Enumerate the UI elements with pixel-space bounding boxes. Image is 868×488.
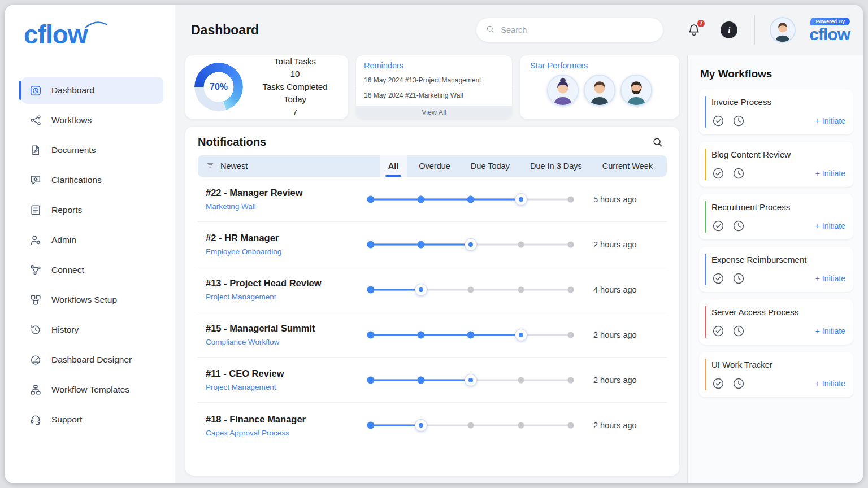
search-icon xyxy=(485,24,495,36)
workflow-name: Blog Content Review xyxy=(711,150,845,159)
star-performers-avatars xyxy=(530,70,669,113)
clock-icon[interactable] xyxy=(732,272,745,285)
notification-row[interactable]: #13 - Project Head ReviewProject Managem… xyxy=(198,267,667,312)
sidebar-item-dashboard[interactable]: Dashboard xyxy=(21,77,163,104)
task-title: #18 - Finance Manager xyxy=(206,414,368,425)
sidebar-item-admin[interactable]: Admin xyxy=(21,226,163,254)
sidebar-item-workflows[interactable]: Workflows xyxy=(21,107,163,134)
sidebar-item-label: Workflows xyxy=(51,115,92,125)
clock-icon[interactable] xyxy=(732,167,745,180)
admin-icon xyxy=(29,234,42,246)
history-icon xyxy=(29,324,42,336)
workflow-link[interactable]: Capex Approval Process xyxy=(206,429,368,437)
initiate-button[interactable]: + Initiate xyxy=(815,379,845,388)
topbar: Dashboard 7 i Powered By cflow xyxy=(175,5,863,55)
male-avatar[interactable] xyxy=(584,75,615,106)
notification-title-block: #22 - Manager ReviewMarketing Wall xyxy=(206,188,368,211)
notification-row[interactable]: #18 - Finance ManagerCapex Approval Proc… xyxy=(198,403,667,448)
check-circle-icon[interactable] xyxy=(711,167,725,180)
notification-row[interactable]: #2 - HR ManagerEmployee Onboarding2 hour… xyxy=(198,222,667,267)
sidebar: cflow DashboardWorkflowsDocumentsClarifi… xyxy=(5,5,175,483)
sidebar-item-history[interactable]: History xyxy=(21,316,163,343)
documents-icon xyxy=(29,144,42,156)
reminders-view-all-button[interactable]: View All xyxy=(356,106,512,119)
workflow-templates-icon xyxy=(29,384,42,396)
reminder-item[interactable]: 16 May 2024 #21-Marketing Wall xyxy=(356,88,512,103)
sidebar-item-dashboard-designer[interactable]: Dashboard Designer xyxy=(21,346,163,373)
step-dot-todo xyxy=(568,196,574,202)
step-dot-done xyxy=(367,286,375,293)
notification-bell-button[interactable]: 7 xyxy=(687,23,701,37)
workflow-link[interactable]: Employee Onboarding xyxy=(206,247,368,256)
sidebar-item-workflows-setup[interactable]: Workflows Setup xyxy=(21,286,163,313)
male-beard-avatar[interactable] xyxy=(620,75,652,106)
tab-all[interactable]: All xyxy=(380,155,407,177)
task-title: #2 - HR Manager xyxy=(206,233,368,243)
sidebar-item-connect[interactable]: Connect xyxy=(21,256,163,284)
tab-overdue[interactable]: Overdue xyxy=(410,155,459,177)
notifications-title: Notifications xyxy=(198,136,266,149)
clock-icon[interactable] xyxy=(732,219,745,233)
workflow-link[interactable]: Compliance Workflow xyxy=(206,338,368,346)
search-box[interactable] xyxy=(476,18,663,42)
sidebar-item-clarifications[interactable]: Clarifications xyxy=(21,167,163,194)
initiate-button[interactable]: + Initiate xyxy=(815,221,845,230)
female-avatar[interactable] xyxy=(547,75,579,106)
sidebar-item-reports[interactable]: Reports xyxy=(21,197,163,224)
progress-stepper xyxy=(371,192,571,207)
sort-newest-control[interactable]: Newest xyxy=(206,155,248,177)
notification-title-block: #18 - Finance ManagerCapex Approval Proc… xyxy=(206,414,368,437)
user-avatar[interactable] xyxy=(770,17,796,43)
powered-by-label: Powered By xyxy=(810,18,850,25)
reminders-card: Reminders 16 May 2024 #13-Project Manage… xyxy=(356,55,512,119)
sidebar-item-documents[interactable]: Documents xyxy=(21,137,163,164)
check-circle-icon[interactable] xyxy=(711,272,725,285)
middle-column: 70% Total Tasks 10 Tasks Completed Today… xyxy=(185,55,679,483)
info-button[interactable]: i xyxy=(721,21,737,38)
tab-due-in-3-days[interactable]: Due In 3 Days xyxy=(522,155,591,177)
stepper-progress xyxy=(371,198,521,200)
workflow-name: UI Work Tracker xyxy=(711,360,845,369)
dashboard-icon xyxy=(29,84,42,97)
my-workflows-title: My Workflows xyxy=(700,68,853,80)
notifications-search-button[interactable] xyxy=(652,136,667,148)
reminder-item[interactable]: 16 May 2024 #13-Project Management xyxy=(356,73,512,88)
my-workflows-list: Invoice Process+ InitiateBlog Content Re… xyxy=(699,89,853,397)
workflow-link[interactable]: Marketing Wall xyxy=(206,202,368,211)
initiate-button[interactable]: + Initiate xyxy=(815,116,845,125)
check-circle-icon[interactable] xyxy=(711,324,725,338)
notifications-filter-bar: Newest AllOverdueDue TodayDue In 3 DaysC… xyxy=(198,155,667,177)
notification-row[interactable]: #22 - Manager ReviewMarketing Wall5 hour… xyxy=(198,177,667,222)
clock-icon[interactable] xyxy=(732,377,745,390)
clock-icon[interactable] xyxy=(732,114,745,128)
sidebar-item-support[interactable]: Support xyxy=(21,406,163,433)
check-circle-icon[interactable] xyxy=(711,377,725,390)
search-input[interactable] xyxy=(501,25,654,34)
sidebar-item-label: Support xyxy=(51,415,82,425)
initiate-button[interactable]: + Initiate xyxy=(815,326,845,336)
notification-row[interactable]: #11 - CEO ReviewProject Management2 hour… xyxy=(198,358,667,403)
task-title: #13 - Project Head Review xyxy=(206,278,368,289)
step-dot-done xyxy=(417,376,424,384)
workflow-link[interactable]: Project Management xyxy=(206,383,368,391)
tab-due-today[interactable]: Due Today xyxy=(462,155,518,177)
check-circle-icon[interactable] xyxy=(711,219,725,233)
check-circle-icon[interactable] xyxy=(711,114,725,128)
tab-current-week[interactable]: Current Week xyxy=(594,155,661,177)
step-dot-done xyxy=(417,195,424,203)
workflow-accent-bar xyxy=(705,96,706,128)
task-title: #22 - Manager Review xyxy=(206,188,368,198)
workflow-link[interactable]: Project Management xyxy=(206,293,368,301)
initiate-button[interactable]: + Initiate xyxy=(815,274,845,283)
workflow-card-blog-content-review: Blog Content Review+ Initiate xyxy=(699,142,853,187)
notification-time: 5 hours ago xyxy=(593,195,665,204)
initiate-button[interactable]: + Initiate xyxy=(815,169,845,178)
clock-icon[interactable] xyxy=(732,324,745,338)
workflows-icon xyxy=(29,114,42,127)
notification-title-block: #13 - Project Head ReviewProject Managem… xyxy=(206,278,368,301)
workflow-accent-bar xyxy=(705,359,706,390)
notification-row[interactable]: #15 - Managerial SummitCompliance Workfl… xyxy=(198,312,667,358)
my-workflows-panel: My Workflows Invoice Process+ InitiateBl… xyxy=(687,55,863,483)
sidebar-item-workflow-templates[interactable]: Workflow Templates xyxy=(21,376,163,403)
step-dot-current xyxy=(465,238,477,251)
